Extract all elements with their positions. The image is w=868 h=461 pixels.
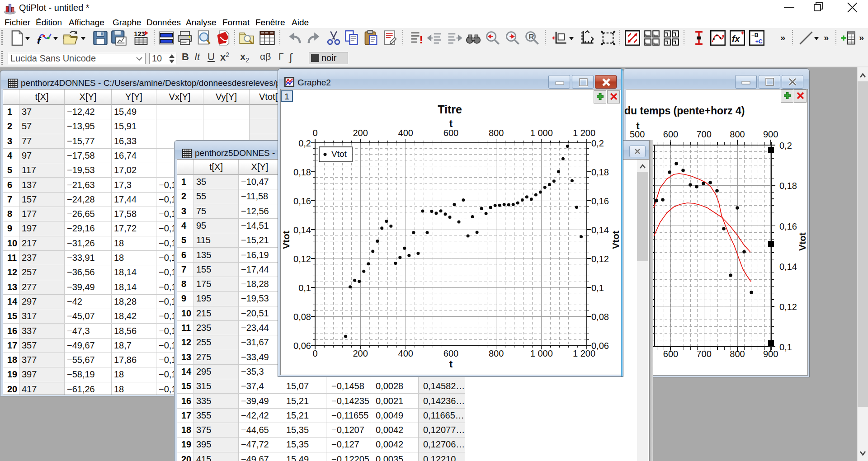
svg-text:−B: −B	[751, 32, 759, 38]
svg-text:f: f	[37, 35, 42, 47]
svg-text:!: !	[420, 33, 423, 46]
svg-text:fx: fx	[732, 34, 741, 44]
svg-text:+C: +C	[755, 38, 763, 45]
svg-text:123: 123	[134, 30, 145, 38]
svg-text:R: R	[528, 33, 534, 41]
